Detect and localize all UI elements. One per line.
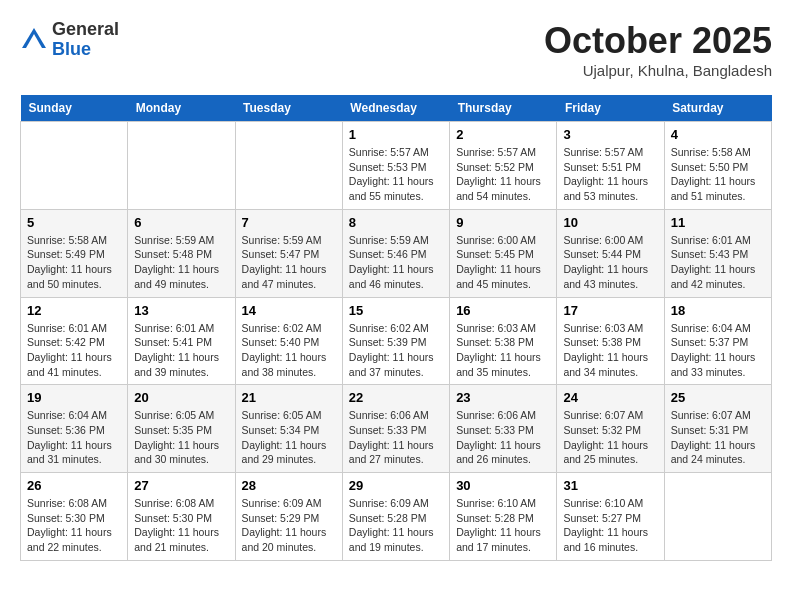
calendar-week-row: 12Sunrise: 6:01 AM Sunset: 5:42 PM Dayli… <box>21 297 772 385</box>
weekday-header-cell: Monday <box>128 95 235 122</box>
calendar-cell: 2Sunrise: 5:57 AM Sunset: 5:52 PM Daylig… <box>450 122 557 210</box>
calendar-cell: 4Sunrise: 5:58 AM Sunset: 5:50 PM Daylig… <box>664 122 771 210</box>
weekday-header-cell: Thursday <box>450 95 557 122</box>
day-number: 11 <box>671 215 765 230</box>
logo: General Blue <box>20 20 119 60</box>
day-number: 20 <box>134 390 228 405</box>
day-number: 12 <box>27 303 121 318</box>
day-info: Sunrise: 6:06 AM Sunset: 5:33 PM Dayligh… <box>349 408 443 467</box>
day-number: 13 <box>134 303 228 318</box>
day-info: Sunrise: 6:00 AM Sunset: 5:45 PM Dayligh… <box>456 233 550 292</box>
weekday-header-cell: Sunday <box>21 95 128 122</box>
weekday-header-cell: Tuesday <box>235 95 342 122</box>
day-info: Sunrise: 6:09 AM Sunset: 5:29 PM Dayligh… <box>242 496 336 555</box>
day-number: 6 <box>134 215 228 230</box>
calendar-body: 1Sunrise: 5:57 AM Sunset: 5:53 PM Daylig… <box>21 122 772 561</box>
day-number: 3 <box>563 127 657 142</box>
day-number: 4 <box>671 127 765 142</box>
calendar-week-row: 5Sunrise: 5:58 AM Sunset: 5:49 PM Daylig… <box>21 209 772 297</box>
calendar-cell: 5Sunrise: 5:58 AM Sunset: 5:49 PM Daylig… <box>21 209 128 297</box>
day-number: 2 <box>456 127 550 142</box>
day-number: 10 <box>563 215 657 230</box>
day-info: Sunrise: 5:58 AM Sunset: 5:49 PM Dayligh… <box>27 233 121 292</box>
day-info: Sunrise: 6:02 AM Sunset: 5:39 PM Dayligh… <box>349 321 443 380</box>
calendar-week-row: 26Sunrise: 6:08 AM Sunset: 5:30 PM Dayli… <box>21 473 772 561</box>
day-number: 17 <box>563 303 657 318</box>
day-number: 31 <box>563 478 657 493</box>
day-number: 24 <box>563 390 657 405</box>
day-info: Sunrise: 5:57 AM Sunset: 5:53 PM Dayligh… <box>349 145 443 204</box>
day-info: Sunrise: 6:07 AM Sunset: 5:31 PM Dayligh… <box>671 408 765 467</box>
calendar-cell: 24Sunrise: 6:07 AM Sunset: 5:32 PM Dayli… <box>557 385 664 473</box>
logo-text: General Blue <box>52 20 119 60</box>
day-number: 30 <box>456 478 550 493</box>
calendar-cell: 10Sunrise: 6:00 AM Sunset: 5:44 PM Dayli… <box>557 209 664 297</box>
weekday-header-cell: Friday <box>557 95 664 122</box>
calendar-cell: 19Sunrise: 6:04 AM Sunset: 5:36 PM Dayli… <box>21 385 128 473</box>
day-info: Sunrise: 6:06 AM Sunset: 5:33 PM Dayligh… <box>456 408 550 467</box>
weekday-header-row: SundayMondayTuesdayWednesdayThursdayFrid… <box>21 95 772 122</box>
calendar-table: SundayMondayTuesdayWednesdayThursdayFrid… <box>20 95 772 561</box>
calendar-cell: 21Sunrise: 6:05 AM Sunset: 5:34 PM Dayli… <box>235 385 342 473</box>
day-number: 21 <box>242 390 336 405</box>
day-number: 14 <box>242 303 336 318</box>
calendar-cell: 30Sunrise: 6:10 AM Sunset: 5:28 PM Dayli… <box>450 473 557 561</box>
calendar-cell: 11Sunrise: 6:01 AM Sunset: 5:43 PM Dayli… <box>664 209 771 297</box>
day-info: Sunrise: 6:00 AM Sunset: 5:44 PM Dayligh… <box>563 233 657 292</box>
day-info: Sunrise: 5:58 AM Sunset: 5:50 PM Dayligh… <box>671 145 765 204</box>
calendar-cell: 9Sunrise: 6:00 AM Sunset: 5:45 PM Daylig… <box>450 209 557 297</box>
day-number: 19 <box>27 390 121 405</box>
day-info: Sunrise: 6:01 AM Sunset: 5:41 PM Dayligh… <box>134 321 228 380</box>
calendar-cell: 13Sunrise: 6:01 AM Sunset: 5:41 PM Dayli… <box>128 297 235 385</box>
calendar-cell: 22Sunrise: 6:06 AM Sunset: 5:33 PM Dayli… <box>342 385 449 473</box>
calendar-cell: 20Sunrise: 6:05 AM Sunset: 5:35 PM Dayli… <box>128 385 235 473</box>
day-number: 28 <box>242 478 336 493</box>
calendar-cell <box>21 122 128 210</box>
day-info: Sunrise: 5:57 AM Sunset: 5:51 PM Dayligh… <box>563 145 657 204</box>
calendar-cell: 12Sunrise: 6:01 AM Sunset: 5:42 PM Dayli… <box>21 297 128 385</box>
calendar-cell: 28Sunrise: 6:09 AM Sunset: 5:29 PM Dayli… <box>235 473 342 561</box>
calendar-cell: 14Sunrise: 6:02 AM Sunset: 5:40 PM Dayli… <box>235 297 342 385</box>
page-header: General Blue October 2025 Ujalpur, Khuln… <box>20 20 772 79</box>
day-number: 1 <box>349 127 443 142</box>
day-info: Sunrise: 6:02 AM Sunset: 5:40 PM Dayligh… <box>242 321 336 380</box>
day-number: 26 <box>27 478 121 493</box>
day-info: Sunrise: 6:07 AM Sunset: 5:32 PM Dayligh… <box>563 408 657 467</box>
calendar-cell <box>235 122 342 210</box>
day-info: Sunrise: 6:10 AM Sunset: 5:28 PM Dayligh… <box>456 496 550 555</box>
day-number: 25 <box>671 390 765 405</box>
calendar-cell: 1Sunrise: 5:57 AM Sunset: 5:53 PM Daylig… <box>342 122 449 210</box>
day-info: Sunrise: 5:59 AM Sunset: 5:48 PM Dayligh… <box>134 233 228 292</box>
day-info: Sunrise: 5:57 AM Sunset: 5:52 PM Dayligh… <box>456 145 550 204</box>
calendar-week-row: 1Sunrise: 5:57 AM Sunset: 5:53 PM Daylig… <box>21 122 772 210</box>
day-number: 27 <box>134 478 228 493</box>
calendar-cell: 6Sunrise: 5:59 AM Sunset: 5:48 PM Daylig… <box>128 209 235 297</box>
day-number: 29 <box>349 478 443 493</box>
calendar-cell: 25Sunrise: 6:07 AM Sunset: 5:31 PM Dayli… <box>664 385 771 473</box>
day-info: Sunrise: 6:08 AM Sunset: 5:30 PM Dayligh… <box>27 496 121 555</box>
day-info: Sunrise: 6:01 AM Sunset: 5:42 PM Dayligh… <box>27 321 121 380</box>
calendar-cell <box>128 122 235 210</box>
calendar-cell: 3Sunrise: 5:57 AM Sunset: 5:51 PM Daylig… <box>557 122 664 210</box>
title-block: October 2025 Ujalpur, Khulna, Bangladesh <box>544 20 772 79</box>
calendar-week-row: 19Sunrise: 6:04 AM Sunset: 5:36 PM Dayli… <box>21 385 772 473</box>
calendar-cell: 15Sunrise: 6:02 AM Sunset: 5:39 PM Dayli… <box>342 297 449 385</box>
day-number: 8 <box>349 215 443 230</box>
day-info: Sunrise: 6:03 AM Sunset: 5:38 PM Dayligh… <box>563 321 657 380</box>
location: Ujalpur, Khulna, Bangladesh <box>544 62 772 79</box>
day-info: Sunrise: 6:08 AM Sunset: 5:30 PM Dayligh… <box>134 496 228 555</box>
day-number: 5 <box>27 215 121 230</box>
day-number: 7 <box>242 215 336 230</box>
month-title: October 2025 <box>544 20 772 62</box>
day-info: Sunrise: 6:10 AM Sunset: 5:27 PM Dayligh… <box>563 496 657 555</box>
day-number: 9 <box>456 215 550 230</box>
calendar-cell: 27Sunrise: 6:08 AM Sunset: 5:30 PM Dayli… <box>128 473 235 561</box>
day-number: 22 <box>349 390 443 405</box>
day-number: 15 <box>349 303 443 318</box>
calendar-cell: 8Sunrise: 5:59 AM Sunset: 5:46 PM Daylig… <box>342 209 449 297</box>
day-info: Sunrise: 5:59 AM Sunset: 5:46 PM Dayligh… <box>349 233 443 292</box>
weekday-header-cell: Wednesday <box>342 95 449 122</box>
logo-icon <box>20 26 48 54</box>
calendar-cell: 31Sunrise: 6:10 AM Sunset: 5:27 PM Dayli… <box>557 473 664 561</box>
day-info: Sunrise: 6:09 AM Sunset: 5:28 PM Dayligh… <box>349 496 443 555</box>
